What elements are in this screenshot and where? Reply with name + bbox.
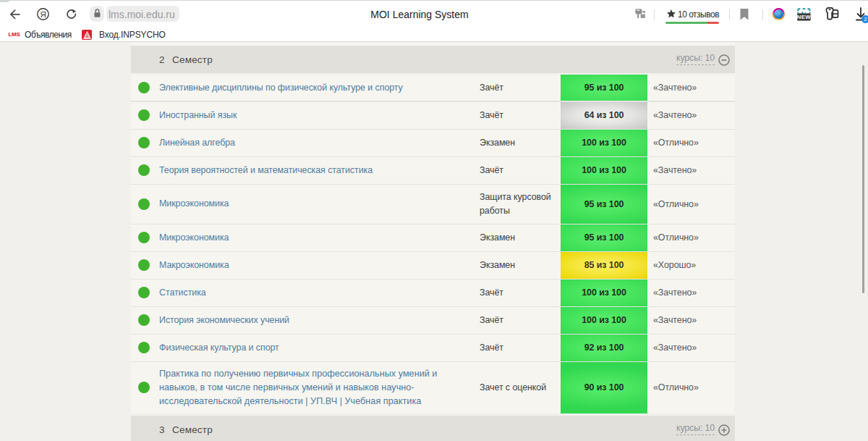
svg-text:NEW: NEW — [797, 14, 811, 20]
svg-text:Я: Я — [40, 10, 46, 19]
